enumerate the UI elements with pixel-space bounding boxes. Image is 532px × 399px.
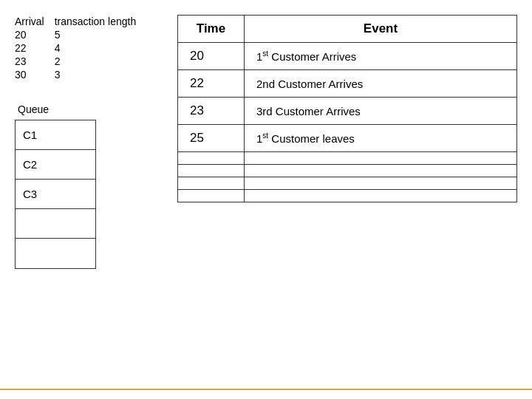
left-panel: Arrival transaction length 205224232303 … xyxy=(15,15,163,384)
arrival-value: 23 xyxy=(15,55,55,68)
event-description xyxy=(245,177,517,190)
arrival-table: Arrival transaction length 205224232303 xyxy=(15,15,146,81)
arrival-value: 22 xyxy=(15,41,55,55)
transaction-header: transaction length xyxy=(55,15,147,28)
event-row: 201st Customer Arrives xyxy=(178,43,517,70)
event-time xyxy=(178,177,245,190)
event-row: 251st Customer leaves xyxy=(178,125,517,152)
main-container: Arrival transaction length 205224232303 … xyxy=(0,0,532,399)
right-panel: Time Event 201st Customer Arrives222nd C… xyxy=(177,15,517,384)
event-table: Time Event 201st Customer Arrives222nd C… xyxy=(177,15,517,202)
queue-item: C3 xyxy=(16,180,95,209)
event-description xyxy=(245,165,517,177)
transaction-value: 5 xyxy=(55,28,147,41)
event-time: 20 xyxy=(178,43,245,70)
event-time: 23 xyxy=(178,98,245,125)
time-header: Time xyxy=(178,16,245,43)
event-row xyxy=(178,152,517,165)
event-row: 233rd Customer Arrives xyxy=(178,98,517,125)
queue-section: Queue C1C2C3 xyxy=(15,103,163,269)
event-description: 1st Customer leaves xyxy=(245,125,517,152)
event-time xyxy=(178,165,245,177)
event-row xyxy=(178,190,517,202)
event-description: 1st Customer Arrives xyxy=(245,43,517,70)
event-time xyxy=(178,152,245,165)
event-time: 25 xyxy=(178,125,245,152)
transaction-value: 4 xyxy=(55,41,147,55)
arrival-header: Arrival xyxy=(15,15,55,28)
event-time: 22 xyxy=(178,70,245,98)
event-row: 222nd Customer Arrives xyxy=(178,70,517,98)
queue-item: C2 xyxy=(16,150,95,180)
event-description xyxy=(245,190,517,202)
bottom-line xyxy=(0,389,532,390)
queue-item xyxy=(16,209,95,239)
arrival-value: 20 xyxy=(15,28,55,41)
queue-box: C1C2C3 xyxy=(15,120,96,269)
event-description: 2nd Customer Arrives xyxy=(245,70,517,98)
data-table-section: Arrival transaction length 205224232303 xyxy=(15,15,163,81)
queue-item xyxy=(16,239,95,268)
event-description: 3rd Customer Arrives xyxy=(245,98,517,125)
transaction-value: 3 xyxy=(55,68,147,81)
event-row xyxy=(178,177,517,190)
queue-label: Queue xyxy=(15,103,163,115)
queue-item: C1 xyxy=(16,120,95,150)
arrival-value: 30 xyxy=(15,68,55,81)
event-row xyxy=(178,165,517,177)
event-time xyxy=(178,190,245,202)
event-description xyxy=(245,152,517,165)
event-header: Event xyxy=(245,16,517,43)
transaction-value: 2 xyxy=(55,55,147,68)
